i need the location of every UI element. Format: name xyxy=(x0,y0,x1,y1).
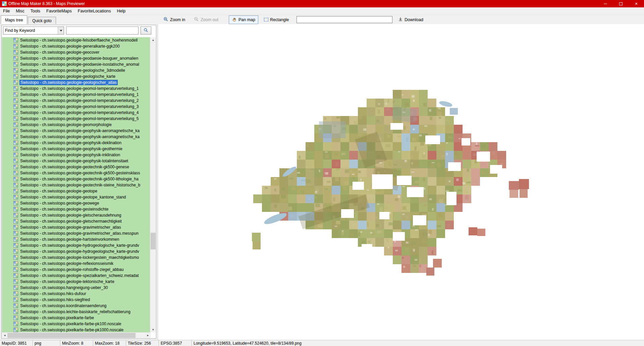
tree-item-label: Swisstopo - ch.swisstopo.geologie-geoweg… xyxy=(19,200,100,206)
pan-map-button[interactable]: Pan map xyxy=(229,15,258,24)
tree-item[interactable]: Swisstopo - ch.swisstopo.geologie-geophy… xyxy=(2,128,151,134)
tab-quick-goto[interactable]: Quick goto xyxy=(28,17,56,24)
combo-dropdown-button[interactable] xyxy=(58,27,64,34)
tree-item[interactable]: Swisstopo - ch.swisstopo.geologie-geotop… xyxy=(2,194,151,200)
tree-item[interactable]: Swisstopo - ch.swisstopo.geologie-gravim… xyxy=(2,224,151,230)
tree-item[interactable]: Swisstopo - ch.swisstopo.geologie-geodae… xyxy=(2,55,151,61)
tree-item[interactable]: Swisstopo - ch.swisstopo.geologie-geotec… xyxy=(2,164,151,170)
tree-item[interactable]: Swisstopo - ch.swisstopo.geologie-geomol… xyxy=(2,85,151,92)
tree-item[interactable]: Swisstopo - ch.swisstopo.hangneigung-ueb… xyxy=(2,285,151,291)
tree-item[interactable]: Swisstopo - ch.swisstopo.geologie-geotec… xyxy=(2,182,151,188)
menu-help[interactable]: Help xyxy=(114,8,128,14)
tree-item[interactable]: Swisstopo - ch.swisstopo.geologie-geotec… xyxy=(2,176,151,182)
tree-item[interactable]: Swisstopo - ch.swisstopo.geologie-geophy… xyxy=(2,140,151,146)
minimize-button[interactable] xyxy=(598,0,613,7)
tree-item-label: Swisstopo - ch.swisstopo.geologie-geophy… xyxy=(19,158,129,164)
tree-item[interactable]: Swisstopo - ch.swisstopo.pixelkarte-farb… xyxy=(2,327,151,332)
tree-item-label: Swisstopo - ch.swisstopo.geologie-geolog… xyxy=(19,80,118,85)
map-layer-icon xyxy=(13,225,18,230)
tree-item[interactable]: Swisstopo - ch.swisstopo.geologie-geomor… xyxy=(2,122,151,128)
map-layer-icon xyxy=(13,297,18,302)
tree-item[interactable]: Swisstopo - ch.swisstopo.geologie-geomol… xyxy=(2,110,151,116)
left-panel: Find by Keyword xyxy=(0,24,158,340)
map-layer-icon xyxy=(13,62,18,67)
tree-item[interactable]: Swisstopo - ch.swisstopo.geologie-geomol… xyxy=(2,116,151,122)
tree-item[interactable]: Swisstopo - ch.swisstopo.geologie-hydrog… xyxy=(2,242,151,248)
tree-item[interactable]: Swisstopo - ch.swisstopo.pixelkarte-farb… xyxy=(2,315,151,321)
tree-item[interactable]: Swisstopo - ch.swisstopo.geologie-geolog… xyxy=(2,67,151,73)
tab-maps-tree[interactable]: Maps tree xyxy=(1,15,27,24)
tree-item[interactable]: Swisstopo - ch.swisstopo.geologie-locker… xyxy=(2,254,151,261)
tree-item[interactable]: Swisstopo - ch.swisstopo.geologie-geomol… xyxy=(2,92,151,98)
tree-item[interactable]: Swisstopo - ch.swisstopo.geologie-gravim… xyxy=(2,230,151,236)
zoom-in-button[interactable]: Zoom in xyxy=(160,15,188,24)
chevron-down-icon xyxy=(60,30,62,32)
tree-vertical-scrollbar[interactable]: ▲ ▼ xyxy=(150,37,156,332)
tree-item[interactable]: Swisstopo - ch.swisstopo.geologie-geocov… xyxy=(2,49,151,55)
tree-item[interactable]: Swisstopo - ch.swisstopo.geologie-spezia… xyxy=(2,273,151,279)
tree-item-label: Swisstopo - ch.swisstopo.hangneigung-ueb… xyxy=(19,285,109,290)
tree-item[interactable]: Swisstopo - ch.swisstopo.geologie-gestei… xyxy=(2,206,151,212)
tree-item[interactable]: Swisstopo - ch.swisstopo.hiks-siegfried xyxy=(2,297,151,303)
scroll-left-arrow-icon[interactable]: ◄ xyxy=(2,333,7,338)
titlebar: Offline Map Maker 8.363 - Maps Previewer… xyxy=(0,0,644,7)
menu-favoritelocations[interactable]: FavoriteLocations xyxy=(75,8,114,14)
tree-item[interactable]: Swisstopo - ch.swisstopo.geologie-geophy… xyxy=(2,146,151,152)
download-button[interactable]: Download xyxy=(395,15,426,24)
map-preview-area[interactable] xyxy=(158,24,644,340)
app-window: Offline Map Maker 8.363 - Maps Previewer… xyxy=(0,0,644,346)
tree-item[interactable]: Swisstopo - ch.swisstopo.geologie-geolog… xyxy=(2,79,151,85)
tree-item[interactable]: Swisstopo - ch.swisstopo.geologie-reflex… xyxy=(2,261,151,267)
tree-item[interactable]: Swisstopo - ch.swisstopo.geologie-geoweg… xyxy=(2,200,151,206)
tree-item[interactable]: Swisstopo - ch.swisstopo.geologie-geotop… xyxy=(2,188,151,194)
tree-item[interactable]: Swisstopo - ch.swisstopo.geologie-felsob… xyxy=(2,37,151,43)
horizontal-scroll-thumb[interactable] xyxy=(7,333,136,338)
tree-item[interactable]: Swisstopo - ch.swisstopo.koordinatenaend… xyxy=(2,303,151,309)
tree-item[interactable]: Swisstopo - ch.swisstopo.geologie-hydrog… xyxy=(2,248,151,254)
find-by-keyword-select[interactable]: Find by Keyword xyxy=(3,26,64,35)
tree-item[interactable]: Swisstopo - ch.swisstopo.geologie-geodae… xyxy=(2,61,151,67)
menu-favoritemaps[interactable]: FavoriteMaps xyxy=(43,8,75,14)
tree-item[interactable]: Swisstopo - ch.swisstopo.geologie-gletsc… xyxy=(2,218,151,224)
tree-item[interactable]: Swisstopo - ch.swisstopo.geologie-geophy… xyxy=(2,158,151,164)
vertical-scroll-thumb[interactable] xyxy=(151,233,156,249)
tree-item-label: Swisstopo - ch.swisstopo.koordinatenaend… xyxy=(19,303,107,308)
menu-file[interactable]: File xyxy=(0,8,13,14)
tree-item-label: Swisstopo - ch.swisstopo.geologie-hartst… xyxy=(19,237,120,242)
scroll-right-arrow-icon[interactable]: ► xyxy=(145,333,151,338)
close-button[interactable]: × xyxy=(629,0,644,7)
tree-item[interactable]: Swisstopo - ch.swisstopo.geologie-gletsc… xyxy=(2,212,151,218)
menu-tools[interactable]: Tools xyxy=(28,8,43,14)
tree-item-label: Swisstopo - ch.swisstopo.hiks-siegfried xyxy=(19,297,91,302)
tree-item-label: Swisstopo - ch.swisstopo.geologie-geomol… xyxy=(19,116,140,121)
search-input[interactable] xyxy=(66,26,139,35)
tree-item[interactable]: Swisstopo - ch.swisstopo.geologie-hartst… xyxy=(2,236,151,242)
tree-item[interactable]: Swisstopo - ch.swisstopo.geologie-geotec… xyxy=(2,170,151,176)
tree-item[interactable]: Swisstopo - ch.swisstopo.geologie-geophy… xyxy=(2,152,151,158)
tree-item[interactable]: Swisstopo - ch.swisstopo.geologie-geophy… xyxy=(2,134,151,140)
menu-misc[interactable]: Misc xyxy=(13,8,28,14)
tree-item[interactable]: Swisstopo - ch.swisstopo.leichte-basiska… xyxy=(2,309,151,315)
download-path-input[interactable] xyxy=(297,16,392,23)
search-button[interactable] xyxy=(141,26,151,35)
scroll-up-arrow-icon[interactable]: ▲ xyxy=(150,37,156,43)
tree-horizontal-scrollbar[interactable]: ◄ ► xyxy=(2,332,151,338)
tree-item[interactable]: Swisstopo - ch.swisstopo.geologie-tekton… xyxy=(2,279,151,285)
tree-item[interactable]: Swisstopo - ch.swisstopo.geologie-genera… xyxy=(2,43,151,49)
map-layer-icon xyxy=(13,285,18,290)
maximize-button[interactable] xyxy=(613,0,629,7)
tree-item[interactable]: Swisstopo - ch.swisstopo.geologie-geomol… xyxy=(2,98,151,104)
tree-item-label: Swisstopo - ch.swisstopo.geologie-geotec… xyxy=(19,170,141,176)
rectangle-button[interactable]: Rectangle xyxy=(261,16,292,23)
scroll-down-arrow-icon[interactable]: ▼ xyxy=(150,327,156,332)
map-canvas[interactable] xyxy=(158,24,644,340)
tree-item[interactable]: Swisstopo - ch.swisstopo.geologie-geolog… xyxy=(2,73,151,79)
map-layer-icon xyxy=(13,322,18,326)
tree-item-label: Swisstopo - ch.swisstopo.geologie-geophy… xyxy=(19,146,123,152)
tree-item[interactable]: Swisstopo - ch.swisstopo.hiks-dufour xyxy=(2,291,151,297)
map-layer-icon xyxy=(13,50,18,55)
tree-item[interactable]: Swisstopo - ch.swisstopo.geologie-geomol… xyxy=(2,104,151,110)
tree-item[interactable]: Swisstopo - ch.swisstopo.pixelkarte-farb… xyxy=(2,321,151,327)
tree-item[interactable]: Swisstopo - ch.swisstopo.geologie-rohsto… xyxy=(2,267,151,273)
map-layer-icon xyxy=(13,279,18,284)
